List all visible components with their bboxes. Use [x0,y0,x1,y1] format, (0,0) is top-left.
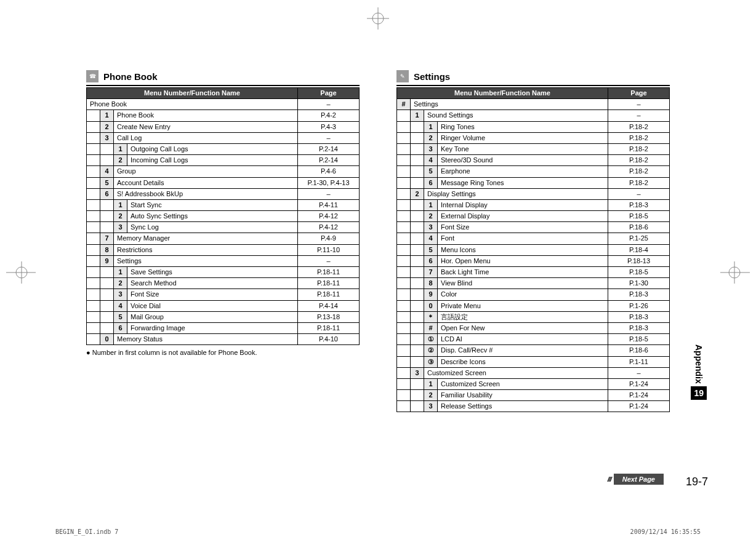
right-column: ✎ Settings Menu Number/Function Name Pag… [396,68,670,412]
settings-table: Menu Number/Function Name Page # Setting… [396,87,670,412]
settings-header: ✎ Settings [396,68,670,86]
table-row: 3Sync LogP.4-12 [87,222,360,233]
table-row: 7Back Light TimeP.18-5 [397,267,670,278]
table-row: 5Mail GroupP.13-18 [87,311,360,322]
table-row: 4GroupP.4-6 [87,166,360,177]
table-row: ①LCD AIP.18-5 [397,334,670,345]
table-row: 4Voice DialP.4-14 [87,300,360,311]
table-row: 9Settings– [87,255,360,266]
table-row: 2Display Settings– [397,188,670,199]
table-row: 2External DisplayP.18-5 [397,211,670,222]
settings-title: Settings [414,71,450,82]
table-row: 1Sound Settings– [397,110,670,121]
next-page-indicator: /// Next Page [608,474,664,485]
page-number: 19-7 [686,475,708,488]
table-row: ③Describe IconsP.1-11 [397,356,670,367]
table-row: 9ColorP.18-3 [397,289,670,300]
table-row: 1Start SyncP.4-11 [87,199,360,210]
next-page-label: Next Page [614,474,664,485]
table-row: 2Incoming Call LogsP.2-14 [87,155,360,166]
print-footer: BEGIN_E_OI.indb 7 2009/12/14 16:35:55 [55,528,701,535]
table-row: 0Private MenuP.1-26 [397,300,670,311]
table-row: 4Stereo/3D SoundP.18-2 [397,155,670,166]
table-row: 3Font SizeP.18-11 [87,289,360,300]
settings-icon: ✎ [396,70,409,82]
table-row: 6Forwarding ImageP.18-11 [87,322,360,333]
registration-mark-right [719,260,756,285]
phone-book-icon: ☎ [86,70,99,82]
table-row: Phone Book – [87,99,360,110]
table-row: 6Hor. Open MenuP.18-13 [397,255,670,266]
registration-mark-top [366,0,390,31]
table-row: 7Memory ManagerP.4-9 [87,233,360,244]
table-row: ②Disp. Call/Recv #P.18-6 [397,345,670,356]
table-row: 3Font SizeP.18-6 [397,222,670,233]
phone-book-title: Phone Book [103,71,158,82]
table-row: ＊言語設定P.18-3 [397,311,670,322]
footnote: ● Number in first column is not availabl… [86,349,360,356]
col-menu: Menu Number/Function Name [87,88,298,99]
table-header-row: Menu Number/Function Name Page [87,88,360,99]
table-row: 1Internal DisplayP.18-3 [397,199,670,210]
phone-book-header: ☎ Phone Book [86,68,360,86]
phone-book-table: Menu Number/Function Name Page Phone Boo… [86,87,360,345]
side-tab: Appendix 19 [691,344,707,400]
table-row: 1Phone BookP.4-2 [87,110,360,121]
side-tab-number: 19 [691,386,707,400]
table-row: 6S! Addressbook BkUp– [87,188,360,199]
table-row: # Settings – [397,99,670,110]
table-row: 3Call Log– [87,132,360,143]
table-row: 3Release SettingsP.1-24 [397,401,670,412]
registration-mark-left [0,260,37,285]
table-row: 0Memory StatusP.4-10 [87,334,360,345]
table-row: 2Create New EntryP.4-3 [87,121,360,132]
footer-file: BEGIN_E_OI.indb 7 [55,528,118,535]
col-page: Page [298,88,360,99]
table-row: 6Message Ring TonesP.18-2 [397,177,670,188]
table-row: 1Outgoing Call LogsP.2-14 [87,143,360,154]
table-row: 5Account DetailsP.1-30, P.4-13 [87,177,360,188]
table-row: 8RestrictionsP.11-10 [87,244,360,255]
table-row: 2Search MethodP.18-11 [87,278,360,289]
table-row: 3Customized Screen– [397,367,670,378]
table-row: 8View BlindP.1-30 [397,278,670,289]
table-row: 1Customized ScreenP.1-24 [397,378,670,389]
stripes-icon: /// [608,475,611,483]
col-page: Page [608,88,670,99]
table-row: 2Ringer VolumeP.18-2 [397,132,670,143]
col-menu: Menu Number/Function Name [397,88,608,99]
table-row: 4FontP.1-25 [397,233,670,244]
table-row: 5Menu IconsP.18-4 [397,244,670,255]
left-column: ☎ Phone Book Menu Number/Function Name P… [86,68,360,412]
table-header-row: Menu Number/Function Name Page [397,88,670,99]
table-row: 2Auto Sync SettingsP.4-12 [87,211,360,222]
side-tab-label: Appendix [694,344,704,384]
table-row: 5EarphoneP.18-2 [397,166,670,177]
table-row: 3Key ToneP.18-2 [397,143,670,154]
table-row: 1Ring TonesP.18-2 [397,121,670,132]
footer-timestamp: 2009/12/14 16:35:55 [630,528,701,535]
table-row: 2Familiar UsabilityP.1-24 [397,390,670,401]
table-row: #Open For NewP.18-3 [397,322,670,333]
table-row: 1Save SettingsP.18-11 [87,267,360,278]
